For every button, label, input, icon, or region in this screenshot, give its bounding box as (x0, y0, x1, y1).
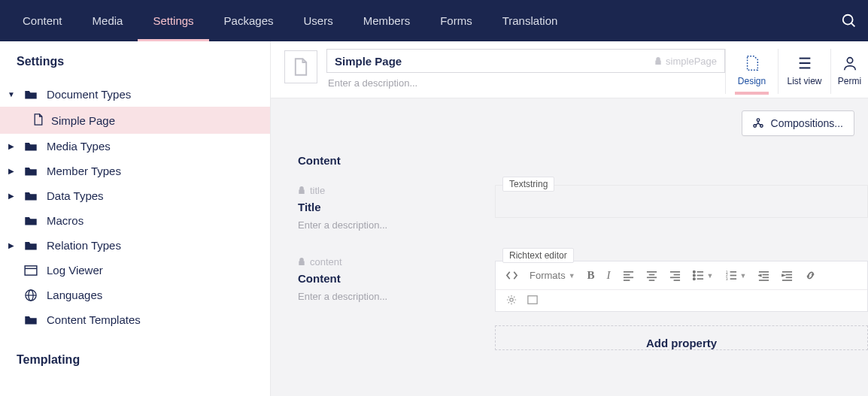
lock-icon (298, 186, 305, 195)
property-row-title: title Title Enter a description... Texts… (298, 185, 868, 231)
tree-child-label: Simple Page (51, 114, 115, 127)
folder-icon (24, 190, 38, 202)
tree-item-label: Languages (47, 289, 102, 301)
rte-bullet-list-icon[interactable]: ▼ (693, 270, 714, 281)
tree-child-simple-page[interactable]: Simple Page (0, 107, 270, 134)
caret-down-icon[interactable]: ▼ (8, 90, 15, 98)
rte-bold-button[interactable]: B (587, 269, 595, 282)
property-row-content: content Content Enter a description... R… (298, 256, 868, 312)
tab-label: List view (787, 76, 821, 86)
rte-settings-icon[interactable] (506, 295, 517, 307)
compositions-button-label: Compositions... (771, 117, 843, 129)
tree-item-label: Data Types (47, 189, 104, 202)
rte-outdent-icon[interactable] (758, 270, 769, 281)
nav-item-media[interactable]: Media (77, 0, 138, 41)
property-editor-textstring[interactable]: Textstring (495, 185, 868, 218)
svg-point-0 (843, 14, 853, 24)
tree-item-log-viewer[interactable]: ▶ Log Viewer (0, 258, 270, 283)
rte-align-right-icon[interactable] (669, 270, 681, 281)
log-icon (24, 265, 38, 277)
tree-item-label: Document Types (47, 88, 131, 101)
editor-type-tag[interactable]: Textstring (502, 177, 554, 192)
group-title[interactable]: Content (298, 154, 868, 167)
property-alias-text: content (310, 256, 342, 268)
property-description-input[interactable]: Enter a description... (298, 219, 480, 231)
doc-icon-button[interactable] (284, 50, 317, 83)
content-area: Simple Page simplePage Enter a descripti… (271, 41, 868, 396)
tree-item-member-types[interactable]: ▶ Member Types (0, 159, 270, 183)
add-property-button[interactable]: Add property (495, 325, 868, 350)
tree-item-label: Log Viewer (47, 264, 103, 277)
rte-align-left-icon[interactable] (623, 270, 634, 281)
list-view-icon (797, 55, 813, 71)
compositions-bar: Compositions... (271, 98, 868, 142)
nav-item-settings[interactable]: Settings (138, 0, 208, 41)
svg-text:3: 3 (726, 277, 728, 281)
property-alias[interactable]: title (298, 185, 480, 196)
rte-formats-dropdown[interactable]: Formats▼ (530, 270, 575, 281)
nav-item-members[interactable]: Members (348, 0, 426, 41)
svg-point-10 (847, 58, 852, 63)
doc-description-input[interactable]: Enter a description... (326, 73, 725, 95)
folder-icon (24, 89, 38, 101)
property-editor-richtext[interactable]: Richtext editor Formats▼ B I ▼ 123▼ (495, 256, 868, 312)
tree-item-label: Media Types (47, 140, 111, 153)
settings-tree: ▼ Document Types Simple Page ▶ Media Typ… (0, 79, 270, 346)
editor-type-tag[interactable]: Richtext editor (502, 248, 574, 263)
tree-item-label: Relation Types (47, 239, 121, 252)
caret-right-icon[interactable]: ▶ (8, 167, 15, 175)
svg-point-30 (693, 278, 694, 280)
nav-item-translation[interactable]: Translation (487, 0, 573, 41)
doc-name-text: Simple Page (335, 55, 402, 68)
property-label[interactable]: Content (298, 272, 480, 285)
nav-item-packages[interactable]: Packages (209, 0, 289, 41)
richtext-editor[interactable]: Formats▼ B I ▼ 123▼ (495, 261, 868, 312)
search-icon[interactable] (841, 0, 860, 41)
rte-align-center-icon[interactable] (646, 270, 657, 281)
tab-label: Permi (838, 76, 861, 86)
property-description-input[interactable]: Enter a description... (298, 291, 480, 302)
tree-item-macros[interactable]: ▶ Macros (0, 208, 270, 233)
tree-item-data-types[interactable]: ▶ Data Types (0, 183, 270, 208)
compositions-button[interactable]: Compositions... (742, 110, 854, 136)
nav-item-content[interactable]: Content (8, 0, 77, 41)
doc-name-input[interactable]: Simple Page simplePage (326, 49, 725, 73)
rte-source-code-icon[interactable] (506, 270, 517, 281)
folder-icon (24, 240, 38, 252)
rte-italic-button[interactable]: I (607, 269, 611, 282)
tree-item-media-types[interactable]: ▶ Media Types (0, 134, 270, 159)
doc-header: Simple Page simplePage Enter a descripti… (271, 41, 868, 98)
property-alias[interactable]: content (298, 256, 480, 268)
editor-body: Content title Title Enter a description.… (271, 142, 868, 350)
nav-item-users[interactable]: Users (288, 0, 348, 41)
property-label[interactable]: Title (298, 201, 480, 213)
svg-rect-47 (528, 295, 537, 304)
top-nav: Content Media Settings Packages Users Me… (0, 0, 868, 41)
permissions-icon (842, 55, 858, 71)
svg-line-1 (851, 23, 855, 26)
rte-link-icon[interactable] (805, 270, 816, 281)
nav-item-forms[interactable]: Forms (425, 0, 487, 41)
lock-icon (654, 57, 662, 65)
rte-indent-icon[interactable] (782, 270, 793, 281)
svg-point-26 (693, 271, 694, 273)
tab-label: Design (738, 76, 766, 86)
tree-item-content-templates[interactable]: ▶ Content Templates (0, 307, 270, 332)
tree-item-label: Member Types (47, 165, 121, 177)
tree-item-document-types[interactable]: ▼ Document Types (0, 82, 270, 107)
property-alias-text: title (310, 185, 325, 196)
caret-right-icon[interactable]: ▶ (8, 241, 15, 249)
doc-alias[interactable]: simplePage (654, 56, 717, 67)
caret-right-icon[interactable]: ▶ (8, 192, 15, 200)
caret-right-icon[interactable]: ▶ (8, 142, 15, 150)
rte-numbered-list-icon[interactable]: 123▼ (726, 270, 747, 281)
folder-icon (24, 141, 38, 153)
tab-list-view[interactable]: List view (778, 49, 830, 94)
rte-image-icon[interactable] (527, 295, 538, 307)
globe-icon (24, 289, 38, 301)
tree-item-relation-types[interactable]: ▶ Relation Types (0, 233, 270, 258)
tree-item-languages[interactable]: ▶ Languages (0, 283, 270, 307)
tab-permissions[interactable]: Permi (830, 49, 868, 94)
tab-design[interactable]: Design (725, 49, 778, 94)
sidebar-section-templating: Templating (0, 346, 270, 374)
